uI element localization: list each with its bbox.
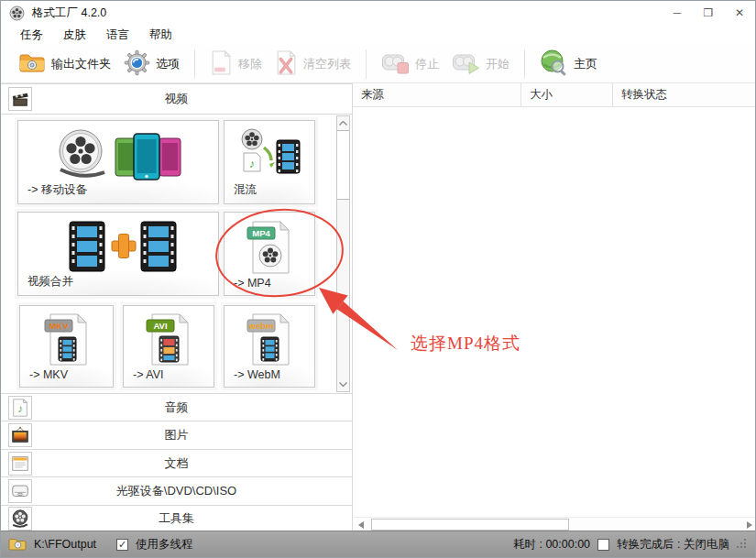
multithread-checkbox[interactable]: ✓ <box>116 539 128 551</box>
video-format-grid: -> 移动设备 ♪ <box>1 115 352 393</box>
format-card-label: -> WebM <box>234 368 280 381</box>
format-card-label: -> MP4 <box>234 277 271 290</box>
category-audio[interactable]: ♪ 音频 <box>1 393 352 421</box>
toolbar-separator <box>524 49 525 79</box>
avi-file-icon: AVI <box>124 312 214 367</box>
title-bar: 格式工厂 4.2.0 ─ ❒ ✕ <box>1 1 755 25</box>
format-card-label: 视频合并 <box>27 274 73 290</box>
column-size[interactable]: 大小 <box>521 83 613 106</box>
format-card-video-merge[interactable]: 视频合并 <box>17 212 219 296</box>
remove-button[interactable]: 移除 <box>203 47 268 82</box>
home-button[interactable]: 主页 <box>533 46 604 82</box>
category-label: 图片 <box>1 427 352 443</box>
format-card-mux[interactable]: ♪ 混流 <box>224 120 315 204</box>
output-path-folder-icon <box>8 537 27 552</box>
options-button[interactable]: 选项 <box>117 47 186 82</box>
shutdown-label: 转换完成后 : 关闭电脑 <box>617 537 729 553</box>
format-card-mobile-devices[interactable]: -> 移动设备 <box>17 120 219 204</box>
stop-button[interactable]: 停止 <box>375 48 445 81</box>
options-gear-icon <box>124 49 150 79</box>
clear-list-label: 清空列表 <box>303 56 351 72</box>
svg-text:MP4: MP4 <box>252 228 270 238</box>
webm-file-icon: webm <box>225 312 314 367</box>
menu-tasks[interactable]: 任务 <box>10 26 53 45</box>
mp4-file-icon: MP4 <box>225 219 314 276</box>
toolbar-separator <box>366 49 367 79</box>
mkv-file-icon: MKV <box>20 312 113 367</box>
toolbar: 输出文件夹 选项 <box>1 45 755 83</box>
scroll-down-button[interactable] <box>337 377 349 391</box>
hscrollbar-thumb[interactable] <box>371 519 569 531</box>
format-card-label: -> MKV <box>29 368 68 381</box>
category-label: 光驱设备\DVD\CD\ISO <box>1 483 352 499</box>
start-label: 开始 <box>486 56 509 72</box>
format-card-mkv[interactable]: MKV -> MKV <box>19 305 114 388</box>
start-button[interactable]: 开始 <box>445 48 516 81</box>
scroll-left-button[interactable] <box>354 518 367 531</box>
output-folder-button[interactable]: 输出文件夹 <box>12 49 117 80</box>
menu-language[interactable]: 语言 <box>96 26 139 45</box>
home-globe-icon <box>540 49 568 80</box>
scroll-up-button[interactable] <box>337 116 349 130</box>
shutdown-checkbox[interactable] <box>597 539 609 551</box>
options-label: 选项 <box>156 56 180 72</box>
scroll-right-button[interactable] <box>742 518 756 531</box>
column-source[interactable]: 来源 <box>353 83 521 106</box>
format-card-webm[interactable]: webm -> WebM <box>224 305 315 388</box>
task-table-header: 来源 大小 转换状态 <box>353 83 756 107</box>
category-picture[interactable]: 图片 <box>1 421 352 448</box>
menu-bar: 任务 皮肤 语言 帮助 <box>1 25 755 45</box>
menu-skin[interactable]: 皮肤 <box>53 26 96 45</box>
window-title: 格式工厂 4.2.0 <box>32 5 106 21</box>
category-video[interactable]: 视频 <box>1 83 352 115</box>
column-status[interactable]: 转换状态 <box>613 83 756 106</box>
format-card-avi[interactable]: AVI -> AVI <box>123 305 214 388</box>
app-window: 格式工厂 4.2.0 ─ ❒ ✕ 任务 皮肤 语言 帮助 输出文件夹 <box>0 0 756 558</box>
toolbar-separator <box>194 49 195 79</box>
svg-text:webm: webm <box>248 321 274 331</box>
menu-help[interactable]: 帮助 <box>139 26 182 45</box>
resize-grip[interactable] <box>737 539 748 550</box>
task-list-panel: 来源 大小 转换状态 <box>353 83 756 532</box>
svg-text:MKV: MKV <box>49 321 69 331</box>
mobile-devices-icon <box>18 127 218 182</box>
elapsed-time: 耗时 : 00:00:00 <box>513 537 590 553</box>
format-card-label: -> AVI <box>133 368 163 381</box>
output-path[interactable]: K:\FFOutput <box>34 538 96 551</box>
scrollbar-thumb[interactable] <box>337 130 349 200</box>
category-video-label: 视频 <box>1 91 352 107</box>
clear-list-button[interactable]: 清空列表 <box>268 47 357 82</box>
video-grid-scrollbar[interactable] <box>336 115 350 392</box>
format-sidebar: 视频 <box>1 83 353 532</box>
close-button[interactable]: ✕ <box>724 1 755 25</box>
home-label: 主页 <box>574 56 597 72</box>
status-bar: K:\FFOutput ✓ 使用多线程 耗时 : 00:00:00 转换完成后 … <box>1 531 755 557</box>
window-controls: ─ ❒ ✕ <box>662 1 755 25</box>
minimize-button[interactable]: ─ <box>662 1 693 25</box>
remove-file-icon <box>210 49 233 79</box>
output-folder-icon <box>18 51 46 77</box>
task-table-body <box>353 107 756 516</box>
svg-text:♪: ♪ <box>249 157 256 170</box>
statusbar-right: 耗时 : 00:00:00 转换完成后 : 关闭电脑 <box>513 537 748 553</box>
output-folder-label: 输出文件夹 <box>51 56 111 72</box>
remove-label: 移除 <box>238 56 262 72</box>
category-document[interactable]: 文档 <box>1 449 352 476</box>
category-list: ♪ 音频 图片 <box>1 393 352 532</box>
task-list-hscrollbar[interactable] <box>354 517 756 531</box>
video-merge-icon <box>18 219 218 274</box>
category-optical-dvd-cd-iso[interactable]: 光驱设备\DVD\CD\ISO <box>1 476 352 504</box>
mux-icon: ♪ <box>225 127 314 182</box>
category-label: 工具集 <box>1 510 352 527</box>
start-icon <box>452 50 480 78</box>
maximize-button[interactable]: ❒ <box>693 1 724 25</box>
format-card-mp4[interactable]: MP4 -> MP4 <box>224 212 315 296</box>
category-label: 文档 <box>1 455 352 472</box>
stop-icon <box>381 50 410 78</box>
format-card-label: 混流 <box>234 182 257 198</box>
category-label: 音频 <box>1 399 352 416</box>
svg-text:AVI: AVI <box>153 321 167 331</box>
stop-label: 停止 <box>415 56 439 72</box>
category-toolset[interactable]: 工具集 <box>1 505 352 532</box>
app-logo-icon <box>9 5 25 21</box>
